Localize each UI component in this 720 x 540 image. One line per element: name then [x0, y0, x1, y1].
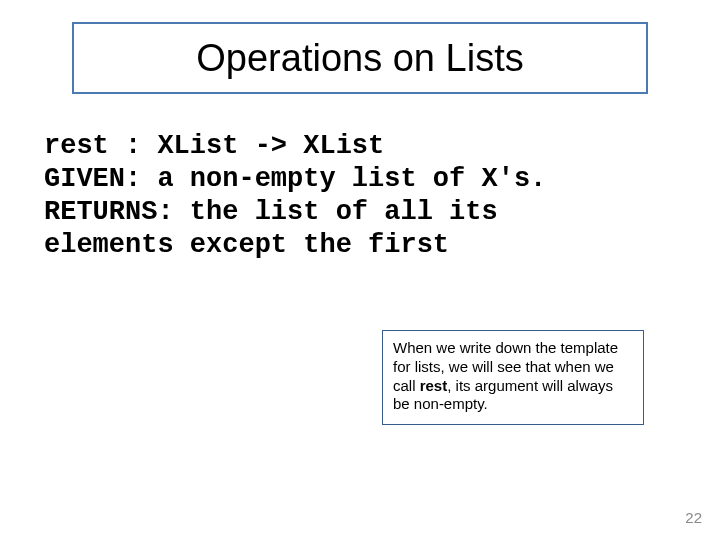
slide-title: Operations on Lists [196, 37, 523, 80]
note-bold: rest [420, 377, 448, 394]
code-line-2: GIVEN: a non-empty list of X's. [44, 164, 546, 194]
code-line-1: rest : XList -> XList [44, 131, 384, 161]
note-box: When we write down the template for list… [382, 330, 644, 425]
code-block: rest : XList -> XList GIVEN: a non-empty… [44, 130, 676, 262]
code-line-3: RETURNS: the list of all its [44, 197, 498, 227]
page-number: 22 [685, 509, 702, 526]
note-text: When we write down the template for list… [393, 339, 633, 414]
code-line-4: elements except the first [44, 230, 449, 260]
title-box: Operations on Lists [72, 22, 648, 94]
body-area: rest : XList -> XList GIVEN: a non-empty… [44, 130, 676, 262]
slide: Operations on Lists rest : XList -> XLis… [0, 0, 720, 540]
